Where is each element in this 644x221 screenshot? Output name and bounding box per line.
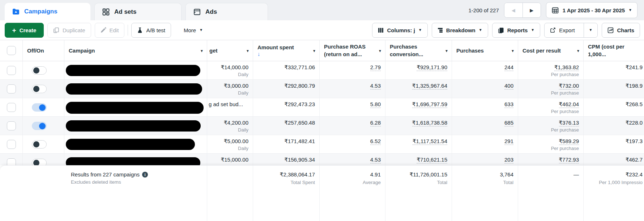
sort-caret-icon[interactable]: ▼ — [246, 49, 250, 53]
header-amount-spent[interactable]: Amount spent ↓ ▼ — [253, 40, 320, 61]
campaign-toggle[interactable] — [32, 85, 47, 93]
sort-caret-icon[interactable]: ▼ — [576, 49, 580, 53]
purchases-cell: 291 — [452, 135, 518, 153]
ads-manager-app: Campaigns Ad sets Ads 1-200 of 227 — [0, 0, 644, 221]
sort-caret-icon[interactable]: ▼ — [378, 49, 382, 53]
header-budget[interactable]: get ▼ — [207, 40, 253, 61]
pagination-range: 1-200 of 227 — [469, 7, 499, 13]
sort-caret-icon[interactable]: ▼ — [511, 49, 515, 53]
ab-test-button[interactable]: A/B test — [131, 23, 171, 38]
amount-spent-cell: ₹292,473.23 — [253, 98, 320, 116]
header-purchases-conversion[interactable]: Purchases conversion... ▼ — [385, 40, 452, 61]
caret-down-icon: ▼ — [418, 28, 422, 32]
cpm-cell: ₹241.9 — [584, 61, 644, 79]
charts-button[interactable]: Charts — [602, 23, 640, 38]
redacted-campaign-name — [66, 65, 200, 76]
tab-ad-sets-label: Ad sets — [114, 8, 136, 16]
tab-campaigns-label: Campaigns — [24, 8, 57, 15]
tab-campaigns[interactable]: Campaigns — [5, 3, 90, 20]
redacted-campaign-name — [66, 102, 204, 114]
export-button[interactable]: Export — [545, 23, 580, 37]
purchases-cell: 400 — [452, 80, 518, 98]
summary-roas: 4.91Average — [320, 166, 385, 221]
campaigns-folder-icon — [12, 8, 20, 16]
toolbar: + Create Duplicate Edit A/B test — [0, 20, 644, 40]
row-checkbox[interactable] — [7, 140, 16, 149]
export-dropdown-button[interactable]: ▼ — [584, 23, 598, 37]
amount-spent-cell: ₹332,771.06 — [253, 61, 320, 79]
purchases-conversion-cell: ₹1,618,738.58 — [385, 117, 452, 135]
campaign-toggle[interactable] — [32, 122, 47, 130]
amount-spent-cell: ₹257,650.48 — [253, 117, 320, 135]
previous-page-button[interactable]: ◀ — [504, 3, 523, 17]
header-cpm[interactable]: CPM (cost per 1,000... — [584, 40, 644, 61]
ad-sets-grid-icon — [102, 8, 110, 16]
campaign-toggle[interactable] — [32, 140, 47, 149]
sort-caret-icon[interactable]: ▼ — [200, 49, 204, 53]
flask-icon — [137, 27, 143, 33]
campaign-toggle[interactable] — [32, 159, 47, 165]
select-all-checkbox[interactable] — [7, 46, 16, 55]
budget-cell: ₹14,000.00Daily — [207, 61, 253, 79]
row-checkbox[interactable] — [7, 121, 16, 130]
cpm-cell: ₹228.0 — [584, 117, 644, 135]
duplicate-button[interactable]: Duplicate — [47, 23, 91, 38]
redacted-campaign-name — [66, 120, 201, 132]
campaign-toggle[interactable] — [32, 103, 47, 112]
campaign-row: ₹3,000.00Daily ₹292,800.79 4.53 ₹1,325,9… — [0, 80, 644, 98]
tab-ads[interactable]: Ads — [185, 3, 268, 20]
columns-button[interactable]: Columns: j ▼ — [372, 23, 427, 38]
summary-subtitle: Excludes deleted items — [71, 179, 202, 185]
sort-caret-icon[interactable]: ▼ — [312, 49, 316, 53]
header-purchase-roas[interactable]: Purchase ROAS (return on ad... ▼ — [320, 40, 385, 61]
caret-down-icon: ▼ — [589, 28, 593, 32]
columns-icon — [378, 28, 384, 33]
summary-amount-spent: ₹2,388,064.17Total Spent — [253, 166, 320, 221]
row-checkbox[interactable] — [7, 66, 16, 75]
table-body: ₹14,000.00Daily ₹332,771.06 2.79 ₹929,17… — [0, 61, 644, 165]
next-page-button[interactable]: ▶ — [523, 3, 541, 17]
campaign-row: ₹14,000.00Daily ₹332,771.06 2.79 ₹929,17… — [0, 61, 644, 80]
edit-button[interactable]: Edit — [95, 23, 125, 38]
calendar-icon — [551, 7, 559, 14]
cpm-cell: ₹268.5 — [584, 98, 644, 116]
date-range-button[interactable]: 1 Apr 2025 - 30 Apr 2025 ▼ — [546, 2, 637, 18]
caret-down-icon: ▼ — [479, 28, 482, 32]
roas-cell: 4.53 — [320, 80, 385, 98]
purchases-conversion-cell: ₹1,325,967.64 — [385, 80, 452, 98]
reports-button[interactable]: Reports ▼ — [492, 23, 541, 38]
plus-icon: + — [12, 27, 16, 34]
cost-per-result-cell: ₹732.00Per purchase — [518, 80, 584, 98]
caret-down-icon: ▼ — [628, 8, 632, 12]
sort-direction-down-icon: ↓ — [257, 51, 294, 57]
campaign-row: ₹5,000.00Daily ₹171,482.41 6.52 ₹1,117,5… — [0, 135, 644, 154]
duplicate-icon — [53, 27, 59, 33]
amount-spent-cell: ₹171,482.41 — [253, 135, 320, 153]
export-icon — [550, 27, 556, 33]
date-range-label: 1 Apr 2025 - 30 Apr 2025 — [563, 7, 625, 13]
row-checkbox[interactable] — [7, 158, 16, 165]
summary-cpm: ₹232.4Per 1,000 Impressio — [584, 166, 644, 221]
cost-per-result-cell: ₹462.04Per purchase — [518, 98, 584, 116]
sort-caret-icon[interactable]: ▼ — [445, 49, 448, 53]
header-purchases[interactable]: Purchases ▼ — [452, 40, 518, 61]
chevron-left-icon: ◀ — [512, 8, 515, 13]
cost-per-result-cell: ₹1,363.82Per purchase — [518, 61, 584, 79]
more-button[interactable]: More ▼ — [178, 23, 208, 38]
create-button[interactable]: + Create — [5, 23, 44, 38]
cost-per-result-cell: ₹772.93Per purchase — [518, 154, 584, 165]
breakdown-button[interactable]: Breakdown ▼ — [432, 23, 488, 38]
budget-cell: ₹3,000.00Daily — [207, 80, 253, 98]
campaign-toggle[interactable] — [32, 66, 47, 75]
row-checkbox[interactable] — [7, 84, 16, 93]
tabs-bar: Campaigns Ad sets Ads 1-200 of 227 — [0, 0, 644, 20]
info-icon[interactable]: i — [142, 172, 148, 178]
pencil-icon — [101, 27, 106, 33]
amount-spent-cell: ₹292,800.79 — [253, 80, 320, 98]
tab-ad-sets[interactable]: Ad sets — [94, 3, 182, 20]
row-checkbox[interactable] — [7, 103, 16, 112]
header-cost-per-result[interactable]: Cost per result ▼ — [518, 40, 584, 61]
summary-row: Results from 227 campaigns i Excludes de… — [0, 165, 644, 221]
header-campaign[interactable]: Campaign ▼ — [64, 40, 207, 61]
header-off-on: Off/On — [23, 40, 64, 61]
